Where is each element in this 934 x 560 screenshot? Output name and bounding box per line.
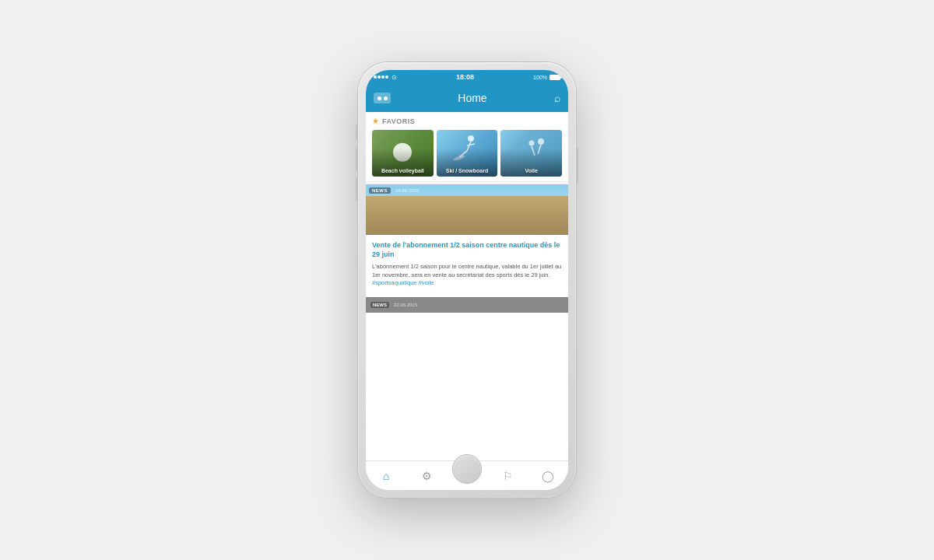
app-logo[interactable] bbox=[374, 93, 391, 103]
favoris-header: ★ FAVORIS bbox=[372, 117, 562, 125]
status-time: 18:08 bbox=[456, 73, 474, 81]
news-building bbox=[366, 196, 568, 235]
app-header: Home ⌕ bbox=[366, 84, 568, 112]
voile-label: Voile bbox=[525, 168, 538, 174]
volleyball-overlay: Beach volleyball bbox=[372, 130, 434, 177]
side-button-vol-down bbox=[356, 177, 358, 201]
side-button-mute bbox=[356, 124, 358, 140]
trophy-icon: ⚐ bbox=[503, 470, 513, 482]
phone-screen: ⊙ 18:08 100% Home ⌕ bbox=[366, 70, 568, 490]
signal-dot-3 bbox=[381, 75, 384, 79]
sport-card-snowboard[interactable]: Ski / Snowboard bbox=[437, 130, 498, 177]
battery-text: 100% bbox=[533, 75, 547, 80]
tab-home[interactable]: ⌂ bbox=[366, 461, 406, 490]
voile-overlay: Voile bbox=[500, 130, 562, 177]
tab-settings[interactable]: ⚙ bbox=[406, 461, 447, 490]
battery-icon bbox=[550, 75, 560, 80]
home-icon: ⌂ bbox=[383, 470, 389, 482]
signal-dot-4 bbox=[385, 75, 388, 79]
news-body-text: L'abonnement 1/2 saison pour le centre n… bbox=[372, 263, 561, 278]
favoris-cards: Beach volleyball Ski / Sn bbox=[372, 130, 562, 177]
wifi-icon: ⊙ bbox=[392, 74, 397, 81]
clock-icon: ◷ bbox=[462, 470, 472, 482]
tab-clock[interactable]: ◷ bbox=[447, 461, 487, 490]
signal-dot-2 bbox=[377, 75, 381, 79]
battery-fill bbox=[550, 75, 560, 79]
star-icon: ★ bbox=[372, 117, 379, 125]
logo-eye-right bbox=[384, 96, 388, 100]
search-icon[interactable]: ⌕ bbox=[554, 92, 560, 104]
logo-eye-left bbox=[377, 96, 381, 100]
news-date: 24.06.2015 bbox=[395, 188, 419, 193]
status-bar: ⊙ 18:08 100% bbox=[366, 70, 568, 84]
news-badge-row: NEWS 24.06.2015 bbox=[369, 187, 419, 194]
favoris-section: ★ FAVORIS Beach volleyball bbox=[366, 112, 568, 181]
header-title: Home bbox=[458, 92, 486, 104]
news-image: NEWS 24.06.2015 bbox=[366, 184, 568, 235]
phone-frame: ⊙ 18:08 100% Home ⌕ bbox=[358, 62, 576, 498]
status-right: 100% bbox=[533, 75, 560, 80]
news-next-badge: NEWS bbox=[370, 302, 389, 308]
side-button-power bbox=[576, 148, 578, 183]
settings-icon: ⚙ bbox=[422, 470, 432, 482]
volleyball-label: Beach volleyball bbox=[381, 168, 424, 174]
news-body: Vente de l'abonnement 1/2 saison centre … bbox=[366, 235, 568, 294]
snowboard-label: Ski / Snowboard bbox=[446, 168, 488, 174]
favoris-label: FAVORIS bbox=[382, 117, 415, 125]
tab-trophy[interactable]: ⚐ bbox=[487, 461, 528, 490]
app-content: ★ FAVORIS Beach volleyball bbox=[366, 112, 568, 460]
news-next-date: 22.06.2015 bbox=[394, 303, 417, 307]
news-next-item[interactable]: NEWS 22.06.2015 bbox=[366, 297, 568, 313]
news-title[interactable]: Vente de l'abonnement 1/2 saison centre … bbox=[372, 241, 562, 259]
news-badge: NEWS bbox=[369, 187, 391, 194]
signal-dot-1 bbox=[374, 75, 377, 79]
signal-bars bbox=[374, 75, 388, 79]
tab-bar: ⌂ ⚙ ◷ ⚐ ◯ bbox=[366, 460, 568, 490]
status-left: ⊙ bbox=[374, 74, 397, 81]
sport-card-volleyball[interactable]: Beach volleyball bbox=[372, 130, 434, 177]
news-section: NEWS 24.06.2015 Vente de l'abonnement 1/… bbox=[366, 184, 568, 460]
logo-eyes bbox=[377, 96, 388, 100]
tab-profile[interactable]: ◯ bbox=[528, 461, 568, 490]
snowboard-overlay: Ski / Snowboard bbox=[437, 130, 498, 177]
profile-icon: ◯ bbox=[542, 470, 554, 482]
news-text: L'abonnement 1/2 saison pour le centre n… bbox=[372, 263, 562, 288]
sport-card-voile[interactable]: Voile bbox=[500, 130, 562, 177]
side-button-vol-up bbox=[356, 148, 358, 171]
news-tags[interactable]: #sportsaquatique #voile bbox=[372, 279, 434, 286]
